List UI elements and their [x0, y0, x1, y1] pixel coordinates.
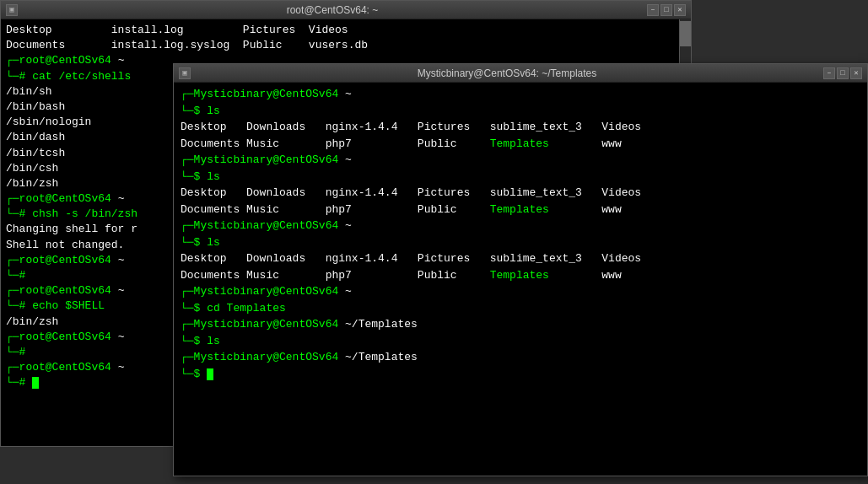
mysticbinary-terminal-title: Mysticbinary@CentOSv64: ~/Templates — [191, 67, 823, 79]
terminal-icon: ▣ — [179, 67, 191, 79]
list-item: └─$ ls — [181, 333, 860, 350]
list-item: Documents install.log.syslog Public vuse… — [6, 38, 686, 53]
mysticbinary-terminal-body: ┌─Mysticbinary@CentOSv64 ~ └─$ ls Deskto… — [174, 83, 867, 476]
list-item: └─$ ls — [181, 103, 860, 120]
minimize-button[interactable]: – — [823, 67, 835, 79]
close-button[interactable]: ✕ — [674, 4, 686, 16]
mysticbinary-terminal-titlebar: ▣ Mysticbinary@CentOSv64: ~/Templates – … — [174, 64, 867, 83]
terminal-icon: ▣ — [6, 4, 18, 16]
list-item: └─$ — [181, 366, 860, 383]
maximize-button[interactable]: □ — [837, 67, 849, 79]
ls-output-row1: Desktop Downloads nginx-1.4.4 Pictures s… — [181, 119, 860, 136]
ls-output-row2: Documents Music php7 Public Templates ww… — [181, 136, 860, 153]
minimize-button[interactable]: – — [647, 4, 659, 16]
ls-output-row1: Desktop Downloads nginx-1.4.4 Pictures s… — [181, 185, 860, 202]
list-item: ┌─Mysticbinary@CentOSv64 ~/Templates — [181, 349, 860, 366]
list-item: ┌─Mysticbinary@CentOSv64 ~ — [181, 152, 860, 169]
window2-controls[interactable]: – □ ✕ — [823, 67, 862, 79]
mysticbinary-terminal-window[interactable]: ▣ Mysticbinary@CentOSv64: ~/Templates – … — [173, 63, 868, 476]
ls-output-row2: Documents Music php7 Public Templates ww… — [181, 202, 860, 218]
list-item: └─$ cd Templates — [181, 300, 860, 317]
list-item: ┌─Mysticbinary@CentOSv64 ~ — [181, 283, 860, 300]
list-item: └─$ ls — [181, 169, 860, 186]
list-item: ┌─Mysticbinary@CentOSv64 ~ — [181, 218, 860, 234]
list-item: └─$ ls — [181, 234, 860, 251]
close-button[interactable]: ✕ — [850, 67, 862, 79]
ls-output-row1: Desktop Downloads nginx-1.4.4 Pictures s… — [181, 250, 860, 267]
root-terminal-titlebar: ▣ root@CentOSv64: ~ – □ ✕ — [1, 1, 691, 19]
maximize-button[interactable]: □ — [660, 4, 672, 16]
window1-controls[interactable]: – □ ✕ — [647, 4, 686, 16]
list-item: ┌─Mysticbinary@CentOSv64 ~/Templates — [181, 316, 860, 333]
root-terminal-title: root@CentOSv64: ~ — [18, 4, 647, 16]
list-item: ┌─Mysticbinary@CentOSv64 ~ — [181, 86, 860, 103]
scrollbar-thumb[interactable] — [680, 21, 691, 46]
ls-output-row2: Documents Music php7 Public Templates ww… — [181, 267, 860, 284]
list-item: Desktop install.log Pictures Videos — [6, 23, 686, 38]
